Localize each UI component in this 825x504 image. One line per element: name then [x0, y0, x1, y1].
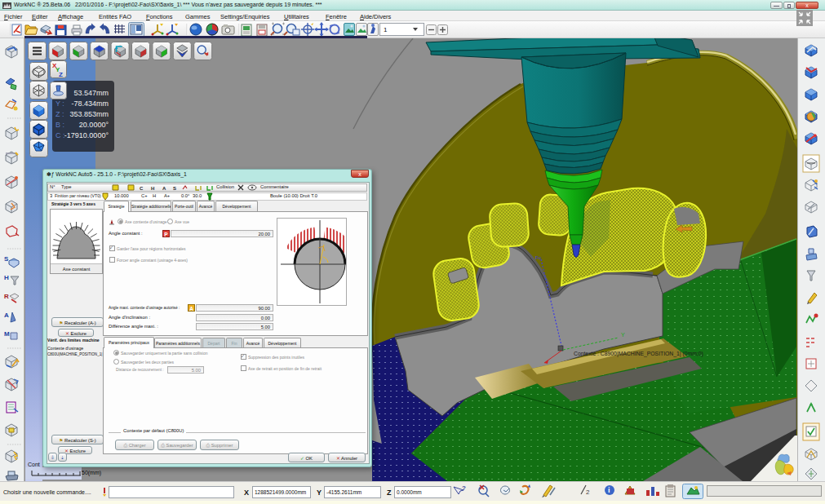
svg-text:Z: Z — [59, 71, 63, 78]
svg-text:H: H — [4, 274, 9, 281]
svg-text:Fu: Fu — [535, 255, 541, 260]
svg-text:2: 2 — [586, 489, 590, 496]
svg-text:A: A — [162, 186, 166, 191]
svg-text:1: 1 — [384, 26, 388, 33]
svg-text:S: S — [173, 186, 176, 191]
svg-text:Y: Y — [621, 332, 625, 338]
svg-text:R: R — [4, 293, 9, 300]
svg-text:S: S — [4, 255, 9, 263]
svg-text:i: i — [608, 486, 610, 494]
svg-text:?: ? — [462, 484, 466, 492]
svg-text:H: H — [151, 186, 154, 191]
svg-text:Cont: Cont — [28, 462, 40, 467]
svg-text:M: M — [4, 330, 10, 338]
svg-text:A: A — [4, 312, 9, 319]
svg-text:Contexte : C8900|MACHINE_POSIT: Contexte : C8900|MACHINE_POSITION_1| (0m… — [574, 351, 703, 357]
svg-text:50(mm): 50(mm) — [82, 470, 101, 476]
svg-text:C: C — [140, 186, 144, 191]
